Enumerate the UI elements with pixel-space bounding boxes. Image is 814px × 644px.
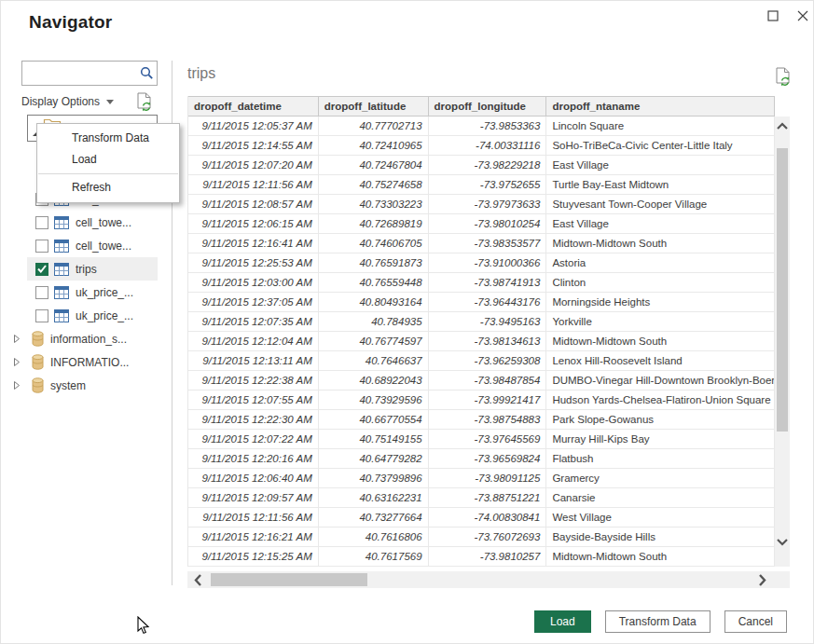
sidebar-item-system[interactable]: system	[1, 374, 171, 397]
table-cell: 9/11/2015 12:03:00 AM	[188, 273, 319, 292]
refresh-preview-icon[interactable]	[775, 67, 792, 87]
transform-data-button[interactable]: Transform Data	[605, 610, 711, 633]
table-icon	[54, 263, 69, 276]
table-cell: 9/11/2015 12:16:21 AM	[188, 528, 319, 546]
table-cell: -73.98741913	[429, 273, 547, 292]
sidebar-item-cell-towe[interactable]: cell_towe...	[27, 234, 158, 257]
item-label: cell_towe...	[76, 216, 131, 229]
table-cell: -73.96569824	[429, 449, 547, 468]
table-cell: 9/11/2015 12:07:55 AM	[188, 391, 319, 409]
table-cell: 40.72467804	[319, 156, 429, 174]
display-options-dropdown[interactable]: Display Options	[21, 95, 114, 108]
item-checkbox[interactable]	[35, 240, 48, 253]
table-cell: 9/11/2015 12:16:41 AM	[188, 234, 319, 253]
table-cell: 40.76774597	[319, 332, 429, 350]
search-icon[interactable]	[136, 66, 157, 80]
table-row: 9/11/2015 12:16:21 AM40.7616806-73.76072…	[188, 528, 775, 547]
horizontal-scroll-thumb[interactable]	[211, 573, 367, 586]
table-header-row: dropoff_datetimedropoff_latitudedropoff_…	[188, 96, 775, 116]
table-cell: -73.98134613	[429, 332, 547, 350]
table-cell: 9/11/2015 12:22:38 AM	[188, 371, 319, 390]
table-cell: Stuyvesant Town-Cooper Village	[546, 195, 775, 213]
vertical-scrollbar[interactable]	[775, 116, 790, 567]
horizontal-scrollbar[interactable]	[187, 571, 775, 588]
column-header-dropoff-datetime: dropoff_datetime	[188, 97, 319, 116]
search-input[interactable]	[22, 62, 136, 85]
cancel-button[interactable]: Cancel	[724, 610, 787, 633]
table-cell: Morningside Heights	[546, 293, 775, 311]
table-cell: 9/11/2015 12:07:22 AM	[188, 430, 319, 448]
table-row: 9/11/2015 12:13:11 AM40.7646637-73.96259…	[188, 351, 775, 371]
item-checkbox[interactable]	[35, 263, 48, 276]
table-cell: 9/11/2015 12:22:30 AM	[188, 410, 319, 429]
chevron-collapsed-icon[interactable]	[13, 380, 21, 391]
chevron-collapsed-icon[interactable]	[13, 357, 21, 367]
table-cell: Gramercy	[546, 469, 775, 487]
sidebar-item-cell-towe[interactable]: cell_towe...	[27, 211, 158, 234]
scroll-left-icon[interactable]	[194, 573, 201, 590]
table-cell: 9/11/2015 12:07:20 AM	[188, 156, 319, 174]
sidebar-item-informatio[interactable]: INFORMATIO...	[1, 350, 171, 374]
table-cell: 40.72410965	[319, 136, 429, 155]
search-box[interactable]	[21, 61, 158, 86]
table-cell: 9/11/2015 12:07:35 AM	[188, 312, 319, 331]
table-cell: DUMBO-Vinegar Hill-Downtown Brooklyn-Boe…	[546, 371, 775, 390]
item-label: uk_price_...	[76, 309, 133, 322]
table-row: 9/11/2015 12:08:57 AM40.73303223-73.9797…	[188, 195, 775, 214]
sidebar-item-uk-price[interactable]: uk_price_...	[27, 304, 158, 327]
scroll-right-icon[interactable]	[759, 573, 766, 590]
table-cell: 40.73799896	[319, 469, 429, 487]
table-row: 9/11/2015 12:11:56 AM40.73277664-74.0083…	[188, 508, 775, 528]
table-cell: 40.75149155	[319, 430, 429, 448]
table-cell: Park Slope-Gowanus	[546, 410, 775, 429]
table-cell: 9/11/2015 12:12:04 AM	[188, 332, 319, 350]
table-cell: 9/11/2015 12:15:25 AM	[188, 547, 319, 566]
table-cell: 9/11/2015 12:20:16 AM	[188, 449, 319, 468]
scroll-down-icon[interactable]	[775, 539, 790, 546]
table-cell: Midtown-Midtown South	[546, 332, 775, 350]
sidebar-item-trips[interactable]: trips	[27, 257, 158, 281]
table-cell: West Village	[546, 508, 775, 527]
vertical-scroll-thumb[interactable]	[777, 148, 788, 432]
chevron-collapsed-icon[interactable]	[13, 334, 21, 344]
table-cell: 40.784935	[319, 312, 429, 331]
menu-item-refresh[interactable]: Refresh	[37, 177, 179, 199]
table-cell: -73.9495163	[429, 312, 547, 331]
table-cell: Yorkville	[546, 312, 775, 331]
table-cell: Flatbush	[546, 449, 775, 468]
table-cell: 40.73277664	[319, 508, 429, 527]
table-cell: East Village	[546, 214, 775, 233]
table-cell: -73.9752655	[429, 175, 547, 194]
refresh-sidebar-icon[interactable]	[136, 92, 153, 112]
maximize-icon	[767, 10, 779, 21]
table-body: 9/11/2015 12:05:37 AM40.77702713-73.9853…	[188, 116, 775, 567]
table-cell: 40.64779282	[319, 449, 429, 468]
sidebar-item-uk-price[interactable]: uk_price_...	[27, 281, 158, 304]
item-checkbox[interactable]	[35, 216, 48, 229]
table-cell: -73.96259308	[429, 351, 547, 370]
scroll-up-icon[interactable]	[775, 122, 790, 130]
close-button[interactable]	[793, 7, 813, 25]
table-cell: 40.74606705	[319, 234, 429, 253]
table-cell: -73.88751221	[429, 488, 547, 507]
table-cell: 40.72689819	[319, 214, 429, 233]
table-cell: 9/11/2015 12:25:53 AM	[188, 253, 319, 272]
table-row: 9/11/2015 12:12:04 AM40.76774597-73.9813…	[188, 332, 775, 351]
load-button[interactable]: Load	[534, 610, 591, 633]
table-cell: 40.66770554	[319, 410, 429, 429]
sidebar-item-information-s[interactable]: information_s...	[1, 327, 171, 350]
menu-item-load[interactable]: Load	[37, 149, 179, 171]
item-checkbox[interactable]	[35, 309, 48, 322]
menu-item-transform-data[interactable]: Transform Data	[37, 128, 179, 149]
table-row: 9/11/2015 12:07:20 AM40.72467804-73.9822…	[188, 156, 775, 175]
table-row: 9/11/2015 12:20:16 AM40.64779282-73.9656…	[188, 449, 775, 469]
table-row: 9/11/2015 12:06:40 AM40.73799896-73.9809…	[188, 469, 775, 488]
table-cell: Astoria	[546, 253, 775, 272]
database-icon	[32, 377, 44, 393]
table-cell: Turtle Bay-East Midtown	[546, 175, 775, 194]
item-label: trips	[76, 263, 97, 276]
item-checkbox[interactable]	[35, 286, 48, 299]
table-icon	[54, 240, 69, 253]
table-cell: 9/11/2015 12:06:15 AM	[188, 214, 319, 233]
maximize-button[interactable]	[763, 7, 783, 25]
